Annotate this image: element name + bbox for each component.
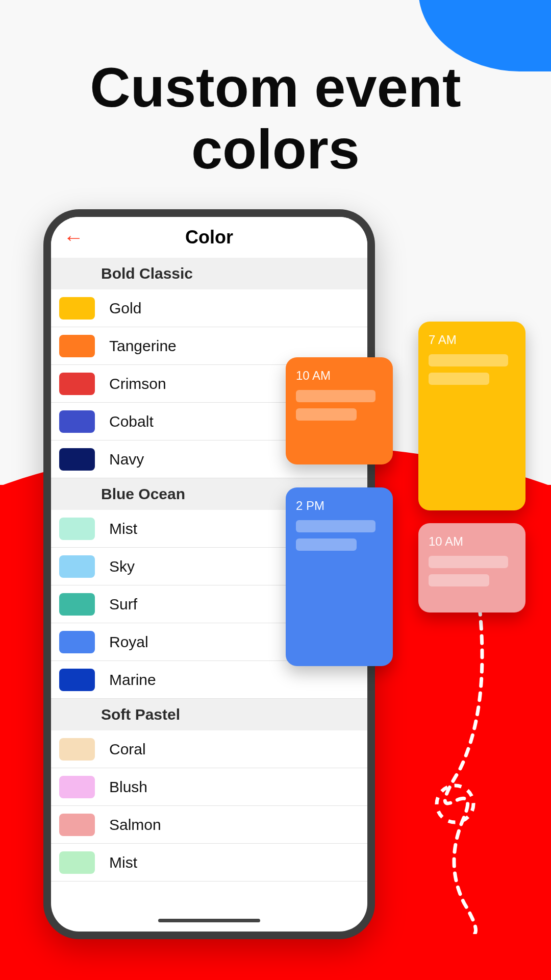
color-swatch — [59, 631, 95, 653]
color-label: Crimson — [109, 375, 166, 393]
color-swatch — [59, 373, 95, 395]
color-swatch — [59, 448, 95, 471]
color-swatch — [59, 297, 95, 320]
section-header: Soft Pastel — [51, 699, 367, 730]
color-row[interactable]: Coral — [51, 730, 367, 768]
color-label: Gold — [109, 300, 141, 317]
color-swatch — [59, 738, 95, 761]
color-row[interactable]: Salmon — [51, 806, 367, 844]
back-arrow-icon[interactable]: ← — [63, 227, 84, 248]
page-headline: Custom eventcolors — [0, 56, 551, 180]
event-card: 7 AM — [418, 322, 525, 510]
event-text-placeholder — [296, 520, 375, 532]
color-swatch — [59, 518, 95, 540]
event-text-placeholder — [296, 390, 375, 402]
color-swatch — [59, 851, 95, 874]
screen-title: Color — [185, 227, 233, 248]
event-card: 10 AM — [418, 523, 525, 612]
color-row[interactable]: Blush — [51, 768, 367, 806]
event-time: 10 AM — [429, 534, 515, 549]
section-header: Bold Classic — [51, 258, 367, 289]
event-text-placeholder — [296, 408, 357, 421]
color-swatch — [59, 814, 95, 836]
color-swatch — [59, 335, 95, 357]
color-label: Marine — [109, 671, 156, 689]
color-row[interactable]: Mist — [51, 844, 367, 881]
event-card: 2 PM — [286, 487, 393, 666]
event-text-placeholder — [429, 354, 508, 366]
color-label: Navy — [109, 451, 144, 468]
color-swatch — [59, 410, 95, 433]
color-label: Royal — [109, 633, 148, 651]
event-text-placeholder — [429, 373, 489, 385]
event-card: 10 AM — [286, 357, 393, 464]
color-label: Cobalt — [109, 413, 154, 430]
color-label: Blush — [109, 778, 147, 796]
home-indicator — [158, 919, 260, 922]
event-time: 2 PM — [296, 499, 383, 513]
color-label: Tangerine — [109, 337, 177, 355]
color-label: Mist — [109, 854, 137, 871]
color-swatch — [59, 669, 95, 691]
color-row[interactable]: Marine — [51, 661, 367, 699]
color-row[interactable]: Gold — [51, 289, 367, 327]
color-swatch — [59, 555, 95, 578]
color-swatch — [59, 593, 95, 616]
event-time: 7 AM — [429, 333, 515, 347]
color-label: Mist — [109, 520, 137, 537]
event-text-placeholder — [296, 538, 357, 551]
color-label: Salmon — [109, 816, 161, 834]
event-text-placeholder — [429, 556, 508, 568]
event-time: 10 AM — [296, 369, 383, 383]
color-label: Surf — [109, 596, 137, 613]
event-text-placeholder — [429, 574, 489, 586]
color-label: Coral — [109, 741, 146, 758]
color-swatch — [59, 776, 95, 798]
color-label: Sky — [109, 558, 135, 575]
nav-bar: ← Color — [51, 217, 367, 258]
